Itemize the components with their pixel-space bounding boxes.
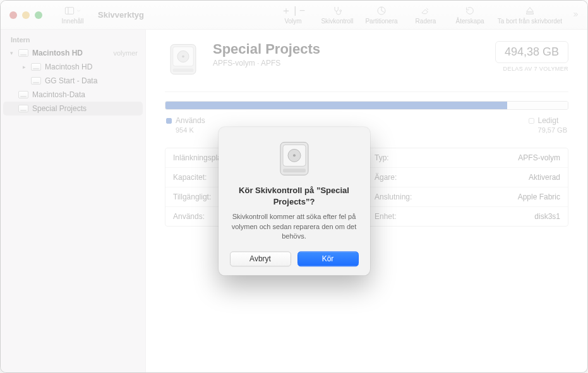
run-button[interactable]: Kör [297, 252, 359, 267]
dialog-disk-icon [274, 138, 315, 179]
first-aid-dialog: Kör Skivkontroll på ”Special Projects”? … [219, 127, 370, 275]
dialog-title: Kör Skivkontroll på ”Special Projects”? [230, 185, 359, 207]
dialog-body: Skivkontroll kommer att söka efter fel p… [230, 213, 359, 242]
cancel-button[interactable]: Avbryt [230, 252, 291, 267]
svg-rect-15 [283, 169, 306, 172]
svg-point-14 [293, 154, 296, 157]
